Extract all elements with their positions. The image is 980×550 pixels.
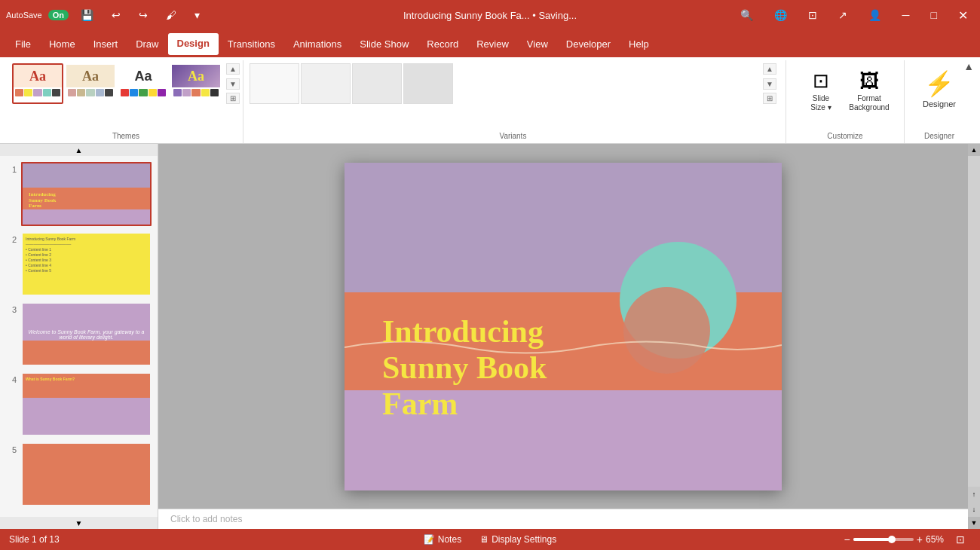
designer-button[interactable]: ⚡ Designer (917, 63, 962, 112)
variant-item-3[interactable] (352, 63, 402, 104)
variants-scroll-more[interactable]: ⊞ (763, 93, 776, 104)
notes-area[interactable]: Click to add notes (158, 509, 968, 529)
slide-thumb-3[interactable]: Welcome to Sunny Book Farm, your gateway… (21, 302, 152, 366)
variants-row: ▲ ▼ ⊞ (250, 63, 776, 104)
theme-item-3[interactable]: Aa (118, 63, 169, 104)
close-button[interactable]: ✕ (952, 5, 974, 26)
canvas-vscroll: ▲ ↑ ↓ ▼ (968, 144, 980, 529)
format-background-icon: 🖼 (859, 69, 879, 93)
theme-item-2[interactable]: Aa (65, 63, 116, 104)
slide-size-icon: ⊡ (813, 69, 829, 93)
fit-slide-button[interactable]: ⊡ (950, 530, 971, 548)
slide-panel-scroll-up[interactable]: ▲ (0, 144, 158, 156)
slide-title[interactable]: IntroducingSunny BookFarm (382, 313, 547, 423)
share-icon[interactable]: ↗ (832, 6, 853, 24)
menu-home[interactable]: Home (40, 34, 84, 54)
vscroll-track[interactable] (968, 156, 980, 487)
title-bar-left: AutoSave On 💾 ↩ ↪ 🖌 ▾ (6, 6, 248, 24)
slide-info: Slide 1 of 13 (9, 534, 60, 545)
undo-icon[interactable]: ↩ (106, 6, 127, 24)
format-painter-icon[interactable]: 🖌 (160, 6, 182, 24)
themes-scroll-more[interactable]: ⊞ (226, 93, 240, 104)
customize-section: ⊡ Slide Size ▾ 🖼 Format Background Custo… (786, 60, 905, 143)
menu-developer[interactable]: Developer (557, 34, 620, 54)
main-area: ▲ 1 IntroducingSunny BookFarm 2 (0, 144, 980, 529)
variant-item-2[interactable] (301, 63, 351, 104)
slide-size-label: Slide Size ▾ (810, 94, 831, 112)
vscroll-down-button[interactable]: ▼ (968, 517, 980, 529)
menu-design[interactable]: Design (168, 33, 219, 55)
theme-item-4[interactable]: Aa (170, 63, 222, 104)
restore-icon[interactable]: ⊡ (802, 6, 823, 24)
slide-thumb-4[interactable]: What is Sunny Book Farm? (21, 372, 152, 436)
themes-label: Themes (112, 129, 139, 140)
slide-circle-peach (623, 287, 710, 374)
zoom-slider-thumb (888, 536, 896, 543)
customize-qat-icon[interactable]: ▾ (188, 6, 206, 24)
maximize-button[interactable]: □ (925, 6, 943, 24)
account-icon[interactable]: 👤 (862, 6, 887, 24)
notes-button-icon: 📝 (424, 534, 435, 545)
status-bar: Slide 1 of 13 📝 Notes 🖥 Display Settings… (0, 529, 980, 550)
format-background-button[interactable]: 🖼 Format Background (847, 66, 892, 115)
slide-thumb-2[interactable]: Introducing Sunny Book Farm ────────────… (21, 232, 152, 296)
redo-icon[interactable]: ↪ (133, 6, 154, 24)
slide-thumb-1[interactable]: IntroducingSunny BookFarm (21, 162, 152, 226)
display-settings-button[interactable]: 🖥 Display Settings (473, 533, 562, 546)
search-icon[interactable]: 🔍 (734, 6, 759, 24)
vscroll-page-down[interactable]: ↓ (968, 502, 980, 517)
slide-thumb-container-4: 4 What is Sunny Book Farm? (6, 372, 152, 436)
menu-record[interactable]: Record (418, 34, 467, 54)
slide-number-4: 4 (6, 375, 17, 384)
canvas-scroll-area[interactable]: IntroducingSunny BookFarm (158, 144, 968, 509)
theme-item-1[interactable]: Aa (12, 63, 63, 104)
variant-scroll: ▲ ▼ ⊞ (763, 63, 776, 104)
variant-items (250, 63, 758, 104)
variant-item-1[interactable] (250, 63, 299, 104)
slide-thumb-2-text: Introducing Sunny Book Farm ────────────… (26, 237, 147, 273)
zoom-slider[interactable] (853, 538, 914, 541)
themes-scroll-up[interactable]: ▲ (226, 63, 240, 75)
slide-size-button[interactable]: ⊡ Slide Size ▾ (798, 66, 844, 115)
customize-label: Customize (827, 129, 862, 140)
menu-transitions[interactable]: Transitions (219, 34, 284, 54)
slide-number-2: 2 (6, 235, 17, 244)
ribbon-collapse-button[interactable]: ▲ (957, 57, 980, 75)
variants-scroll-down[interactable]: ▼ (763, 78, 776, 90)
zoom-level: 65% (926, 534, 944, 545)
zoom-minus-button[interactable]: − (844, 533, 850, 545)
themes-scroll-down[interactable]: ▼ (226, 78, 240, 90)
display-settings-label: Display Settings (492, 534, 556, 545)
notes-button[interactable]: 📝 Notes (418, 533, 467, 546)
menu-bar: File Home Insert Draw Design Transitions… (0, 30, 980, 57)
menu-draw[interactable]: Draw (127, 34, 167, 54)
save-icon[interactable]: 💾 (75, 6, 100, 24)
themes-icon[interactable]: 🌐 (768, 6, 793, 24)
designer-icon: ⚡ (924, 69, 954, 98)
menu-review[interactable]: Review (467, 34, 518, 54)
vscroll-up-button[interactable]: ▲ (968, 144, 980, 156)
menu-view[interactable]: View (518, 34, 557, 54)
variants-section: ▲ ▼ ⊞ Variants (243, 60, 786, 143)
slide-thumb-5[interactable] (21, 442, 152, 506)
slide-canvas: IntroducingSunny BookFarm (345, 163, 782, 490)
slide-thumb-container-2: 2 Introducing Sunny Book Farm ──────────… (6, 232, 152, 296)
menu-slideshow[interactable]: Slide Show (351, 34, 418, 54)
menu-help[interactable]: Help (620, 34, 658, 54)
minimize-button[interactable]: ─ (896, 6, 916, 24)
vscroll-page-up[interactable]: ↑ (968, 487, 980, 502)
slide-number-1: 1 (6, 165, 17, 174)
slide-title-text: IntroducingSunny BookFarm (382, 314, 547, 422)
menu-animations[interactable]: Animations (284, 34, 351, 54)
slide-thumb-3-text: Welcome to Sunny Book Farm, your gateway… (27, 329, 145, 340)
zoom-plus-button[interactable]: + (917, 533, 923, 545)
menu-insert[interactable]: Insert (84, 34, 127, 54)
variant-item-4[interactable] (403, 63, 453, 104)
variants-scroll-up[interactable]: ▲ (763, 63, 776, 75)
slide-panel-scroll-down[interactable]: ▼ (0, 517, 158, 529)
document-title: Introducing Sunny Book Fa... • Saving... (403, 10, 577, 21)
zoom-controls: − + 65% (844, 533, 944, 545)
canvas-area: IntroducingSunny BookFarm Click to add n… (158, 144, 968, 529)
autosave-toggle[interactable]: On (48, 10, 69, 20)
menu-file[interactable]: File (6, 34, 40, 54)
